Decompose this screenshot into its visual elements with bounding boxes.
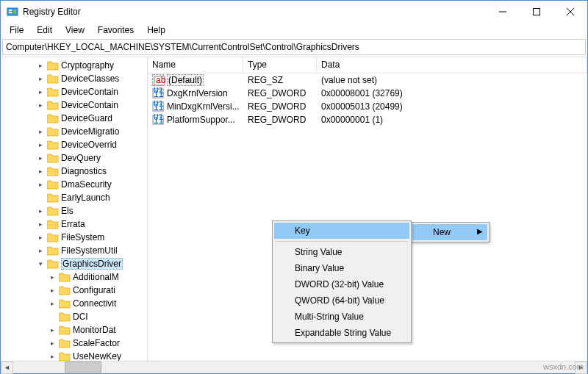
tree-item[interactable]: ▸Errata — [1, 217, 147, 231]
expander-icon[interactable]: ▸ — [36, 61, 45, 70]
ctx-item[interactable]: Multi-String Value — [274, 309, 409, 325]
ctx-item[interactable]: Key — [274, 223, 409, 239]
tree-label: Els — [61, 206, 74, 216]
tree-label: DCI — [73, 312, 88, 322]
expander-icon[interactable]: ▸ — [36, 101, 45, 109]
ctx-separator — [276, 241, 408, 242]
expander-icon[interactable]: ▸ — [36, 154, 45, 162]
address-text: Computer\HKEY_LOCAL_MACHINE\SYSTEM\Curre… — [6, 42, 359, 52]
tree-item[interactable]: ▾GraphicsDriver — [1, 257, 147, 270]
tree-item[interactable]: ▸DeviceMigratio — [1, 125, 147, 138]
tree-item[interactable]: ▸Configurati — [1, 284, 147, 297]
tree-label: Configurati — [73, 285, 115, 295]
expander-icon[interactable] — [36, 114, 45, 123]
expander-icon[interactable]: ▸ — [48, 286, 57, 295]
expander-icon[interactable]: ▸ — [36, 206, 45, 215]
horizontal-scrollbar[interactable]: ◄ ► — [1, 361, 587, 373]
menu-view[interactable]: View — [60, 24, 90, 37]
expander-icon[interactable]: ▸ — [36, 246, 45, 255]
expander-icon[interactable]: ▸ — [48, 299, 57, 308]
context-menu-new-submenu[interactable]: KeyString ValueBinary ValueDWORD (32-bit… — [272, 220, 412, 343]
expander-icon[interactable]: ▸ — [36, 87, 45, 96]
menu-help[interactable]: Help — [141, 24, 171, 37]
tree-item[interactable]: ▸Connectivit — [1, 297, 147, 310]
maximize-button[interactable] — [520, 1, 553, 23]
expander-icon[interactable]: ▸ — [48, 273, 57, 281]
tree-item[interactable]: ▸FileSystem — [1, 231, 147, 244]
expander-icon[interactable]: ▾ — [36, 259, 45, 268]
scroll-thumb[interactable] — [65, 362, 101, 373]
tree-item[interactable]: ▸Diagnostics — [1, 165, 147, 178]
scroll-left-button[interactable]: ◄ — [1, 362, 13, 374]
ctx-new[interactable]: New ▶ — [412, 224, 487, 240]
ctx-item[interactable]: QWORD (64-bit) Value — [274, 292, 409, 309]
col-header-type[interactable]: Type — [243, 57, 317, 73]
expander-icon[interactable]: ▸ — [36, 167, 45, 176]
tree-item[interactable]: ▸Cryptography — [1, 59, 147, 72]
tree-item[interactable]: ▸DevQuery — [1, 151, 147, 165]
tree-label: DmaSecurity — [61, 179, 112, 190]
scroll-track[interactable] — [13, 362, 575, 374]
expander-icon[interactable]: ▸ — [36, 140, 45, 149]
menu-favorites[interactable]: Favorites — [92, 24, 140, 37]
tree-item[interactable]: DeviceGuard — [1, 112, 147, 125]
ctx-new-label: New — [433, 227, 451, 237]
titlebar[interactable]: Registry Editor — [1, 1, 587, 23]
expander-icon[interactable]: ▸ — [36, 220, 45, 229]
col-header-data[interactable]: Data — [317, 57, 587, 73]
value-type: REG_SZ — [243, 75, 317, 85]
tree-label: DeviceGuard — [61, 113, 112, 123]
expander-icon[interactable]: ▸ — [48, 326, 57, 334]
expander-icon[interactable]: ▸ — [36, 233, 45, 242]
minimize-button[interactable] — [486, 1, 520, 23]
expander-icon[interactable]: ▸ — [36, 74, 45, 83]
folder-icon — [59, 339, 71, 348]
menu-file[interactable]: File — [4, 24, 29, 37]
tree-label: DevQuery — [61, 153, 101, 163]
value-row[interactable]: ab(Default)REG_SZ(value not set) — [148, 73, 587, 87]
expander-icon[interactable]: ▸ — [48, 352, 57, 361]
tree-item[interactable]: ▸Els — [1, 204, 147, 217]
tree-item[interactable]: ▸AdditionalM — [1, 270, 147, 284]
address-bar[interactable]: Computer\HKEY_LOCAL_MACHINE\SYSTEM\Curre… — [2, 39, 586, 55]
ctx-item[interactable]: Expandable String Value — [274, 325, 409, 341]
tree-item[interactable]: ▸DeviceContain — [1, 85, 147, 98]
ctx-item[interactable]: Binary Value — [274, 260, 409, 276]
tree-item[interactable]: DCI — [1, 310, 147, 323]
value-icon: 011110 — [152, 114, 164, 126]
app-icon — [7, 6, 18, 18]
tree-item[interactable]: ▸MonitorDat — [1, 323, 147, 337]
value-name: MinDxgKrnlVersi... — [167, 101, 240, 112]
value-row[interactable]: 011110DxgKrnlVersionREG_DWORD0x00008001 … — [148, 87, 587, 100]
tree-item[interactable]: ▸FileSystemUtil — [1, 244, 147, 257]
tree-item[interactable]: ▸ScaleFactor — [1, 337, 147, 350]
ctx-item[interactable]: DWORD (32-bit) Value — [274, 276, 409, 292]
value-icon: ab — [152, 74, 164, 86]
context-menu-parent[interactable]: New ▶ — [410, 222, 490, 242]
tree-item[interactable]: ▸UseNewKey — [1, 350, 147, 361]
tree-item[interactable]: ▸DmaSecurity — [1, 178, 147, 191]
svg-rect-1 — [9, 10, 12, 11]
expander-icon[interactable] — [36, 193, 45, 202]
expander-icon[interactable]: ▸ — [48, 339, 57, 348]
svg-text:ab: ab — [156, 75, 165, 85]
tree-item[interactable]: EarlyLaunch — [1, 191, 147, 204]
value-row[interactable]: 011110MinDxgKrnlVersi...REG_DWORD0x00005… — [148, 100, 587, 113]
value-row[interactable]: 011110PlatformSuppor...REG_DWORD0x000000… — [148, 113, 587, 126]
menu-edit[interactable]: Edit — [31, 24, 58, 37]
expander-icon[interactable]: ▸ — [36, 180, 45, 189]
folder-icon — [47, 180, 59, 190]
expander-icon[interactable]: ▸ — [36, 127, 45, 136]
expander-icon[interactable] — [48, 312, 57, 321]
tree-pane[interactable]: ▸Cryptography▸DeviceClasses▸DeviceContai… — [1, 57, 148, 361]
svg-text:110: 110 — [154, 89, 164, 99]
tree-item[interactable]: ▸DeviceOverrid — [1, 138, 147, 151]
close-button[interactable] — [553, 1, 587, 23]
ctx-item[interactable]: String Value — [274, 244, 409, 260]
list-header[interactable]: Name Type Data — [148, 57, 587, 73]
folder-icon — [47, 233, 59, 242]
tree-item[interactable]: ▸DeviceContain — [1, 98, 147, 112]
folder-icon — [59, 286, 71, 295]
col-header-name[interactable]: Name — [148, 57, 243, 73]
tree-item[interactable]: ▸DeviceClasses — [1, 72, 147, 85]
